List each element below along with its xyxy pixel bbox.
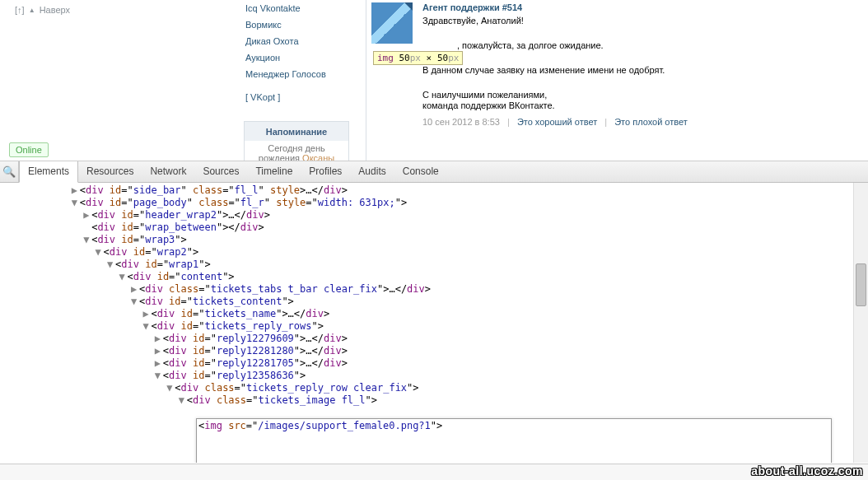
dom-node-row[interactable]: <div id="wrap_between"></div> xyxy=(0,221,852,234)
arrow-up-icon: ▲ xyxy=(29,7,35,14)
devtools-tab-network[interactable]: Network xyxy=(142,161,194,182)
dom-node-row[interactable]: ▶<div id="side_bar" class="fl_l" style>…… xyxy=(0,184,852,197)
dom-node-row[interactable]: ▼<div id="wrap3"> xyxy=(0,234,852,246)
dom-node-row[interactable]: ▼<div id="reply12358636"> xyxy=(0,370,852,382)
inspect-icon[interactable]: 🔍 xyxy=(0,161,19,182)
message-line: Здравствуйе, Анатолий! xyxy=(422,16,688,26)
devtools-tab-timeline[interactable]: Timeline xyxy=(247,161,301,182)
devtools-tab-audits[interactable]: Audits xyxy=(350,161,394,182)
dom-node-row[interactable]: ▼<div id="tickets_reply_rows"> xyxy=(0,320,852,333)
reminder-box: Напоминание Сегодня день рождения Оксаны xyxy=(244,121,349,163)
dom-node-row[interactable]: ▼<div id="content"> xyxy=(0,271,852,283)
dom-edit-row[interactable]: <img src="/images/support_female0.png?1"… xyxy=(0,407,852,463)
sidebar-link[interactable]: Аукцион xyxy=(245,51,326,68)
message-line: В данном случае заявку на изменение имен… xyxy=(422,65,688,75)
up-marker: [↑] xyxy=(15,5,25,15)
scroll-to-top-link[interactable]: [↑] ▲ Наверх xyxy=(15,5,70,15)
dom-node-row[interactable]: ▶<div id="tickets_name">…</div> xyxy=(0,308,852,320)
online-badge: Online xyxy=(9,142,49,157)
dom-node-row[interactable]: ▶<div class="tickets_tabs t_bar clear_fi… xyxy=(0,283,852,296)
dom-node-row[interactable]: ▶<div id="reply12281705">…</div> xyxy=(0,357,852,370)
dom-node-row[interactable]: ▼<div class="tickets_image fl_l"> xyxy=(0,394,852,407)
agent-avatar[interactable] xyxy=(371,2,413,44)
message-line: команда поддержки ВКонтакте. xyxy=(422,100,688,110)
sidebar-link[interactable]: Менеджер Голосов xyxy=(245,68,326,84)
dom-node-row[interactable]: ▶<div id="reply12279609">…</div> xyxy=(0,333,852,345)
vertical-divider xyxy=(366,0,366,161)
watermark: about-all.ucoz.com xyxy=(751,464,863,478)
sidebar-link[interactable]: Icq Vkontakte xyxy=(245,2,326,18)
dom-node-row[interactable]: ▼<div id="wrap2"> xyxy=(0,246,852,259)
element-dimension-tooltip: img 50px × 50px xyxy=(373,51,463,65)
sidebar-link[interactable]: Дикая Охота xyxy=(245,35,326,51)
sidebar-link[interactable]: Вормикс xyxy=(245,18,326,35)
dom-node-row[interactable]: ▼<div id="wrap1"> xyxy=(0,259,852,271)
devtools-tab-resources[interactable]: Resources xyxy=(78,161,142,182)
elements-dom-tree[interactable]: ▶<div id="side_bar" class="fl_l" style>…… xyxy=(0,183,852,463)
chrome-devtools: 🔍 ElementsResourcesNetworkSourcesTimelin… xyxy=(0,161,868,480)
devtools-tab-elements[interactable]: Elements xyxy=(19,161,78,183)
dom-node-row[interactable]: ▼<div class="tickets_reply_row clear_fix… xyxy=(0,382,852,394)
up-text: Наверх xyxy=(40,5,70,15)
reminder-title: Напоминание xyxy=(245,122,348,141)
devtools-tab-sources[interactable]: Sources xyxy=(194,161,247,182)
dom-node-row[interactable]: ▼<div id="tickets_content"> xyxy=(0,296,852,308)
dom-node-row[interactable]: ▼<div id="page_body" class="fl_r" style=… xyxy=(0,197,852,209)
message-line: , пожалуйста, за долгое ожидание. xyxy=(457,40,688,50)
reminder-body: Сегодня день рождения Оксаны xyxy=(245,141,348,163)
message-line: С наилучшими пожеланиями, xyxy=(422,90,688,100)
message-meta: 10 сен 2012 в 8:53 | Это хороший ответ |… xyxy=(422,117,688,127)
devtools-tab-profiles[interactable]: Profiles xyxy=(301,161,350,182)
scrollbar-thumb[interactable] xyxy=(856,263,866,306)
bad-answer-link[interactable]: Это плохой ответ xyxy=(614,117,688,127)
message-date: 10 сен 2012 в 8:53 xyxy=(422,117,500,127)
html-edit-textarea[interactable]: <img src="/images/support_female0.png?1"… xyxy=(196,418,832,463)
dom-node-row[interactable]: ▶<div id="reply12281280">…</div> xyxy=(0,345,852,357)
good-answer-link[interactable]: Это хороший ответ xyxy=(517,117,597,127)
sidebar-nav: Icq VkontakteВормиксДикая ОхотаАукционМе… xyxy=(245,2,326,102)
vkopt-link[interactable]: [ VKopt ] xyxy=(245,84,326,102)
devtools-tabbar: 🔍 ElementsResourcesNetworkSourcesTimelin… xyxy=(0,161,868,183)
vk-page-area: [↑] ▲ Наверх Icq VkontakteВормиксДикая О… xyxy=(0,0,868,161)
devtools-tab-console[interactable]: Console xyxy=(394,161,447,182)
vertical-scrollbar[interactable] xyxy=(853,183,868,463)
devtools-footer-bar xyxy=(0,464,868,480)
dom-node-row[interactable]: ▶<div id="header_wrap2">…</div> xyxy=(0,209,852,221)
message-author[interactable]: Агент поддержки #514 xyxy=(422,2,688,12)
